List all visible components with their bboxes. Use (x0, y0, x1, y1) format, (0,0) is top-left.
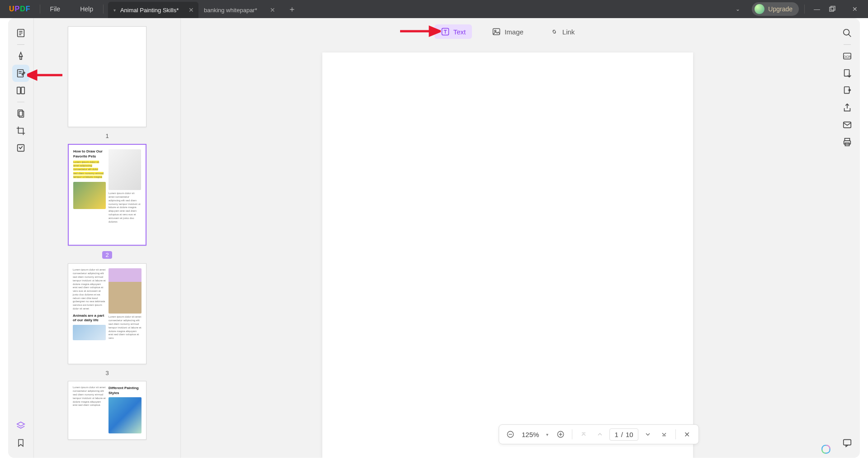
form-tool-icon[interactable] (12, 139, 29, 157)
tab-active[interactable]: ▾ Animal Painting Skills* ✕ (108, 2, 198, 18)
window-maximize-icon[interactable] (829, 6, 843, 12)
edit-toolbar: Text Image Link (434, 24, 581, 39)
tab-dropdown-icon[interactable]: ▾ (113, 8, 116, 13)
comment-tool-icon[interactable] (12, 48, 29, 65)
thumbnail-page-1[interactable] (68, 26, 146, 127)
document-tabs: ▾ Animal Painting Skills* ✕ banking whit… (108, 0, 304, 18)
svg-line-26 (849, 34, 851, 37)
thumb-heading: Different Painting Styles (108, 386, 142, 395)
separator (17, 102, 24, 102)
close-bar-icon[interactable]: ✕ (680, 428, 694, 441)
svg-rect-1 (831, 6, 835, 10)
bookmark-icon[interactable] (12, 434, 29, 452)
edit-image-button[interactable]: Image (486, 24, 530, 39)
thumb-heading: How to Draw Our Favorite Pets (73, 149, 106, 159)
left-toolbar (8, 18, 33, 458)
svg-text:OCR: OCR (844, 55, 851, 59)
app-logo: UPDF (0, 5, 40, 13)
tab-inactive[interactable]: banking whitepapar* ✕ (198, 2, 280, 18)
thumbnail-label-active: 2 (102, 251, 112, 259)
organize-pages-tool-icon[interactable] (12, 82, 29, 99)
window-close-icon[interactable]: ✕ (848, 5, 862, 13)
svg-marker-37 (27, 71, 36, 79)
convert-icon[interactable] (839, 65, 856, 82)
annotation-arrow-left (27, 69, 63, 81)
page-canvas[interactable] (322, 52, 693, 458)
close-icon[interactable]: ✕ (270, 6, 275, 14)
tab-title: Animal Painting Skills* (120, 7, 179, 14)
zoom-out-icon[interactable] (504, 428, 517, 441)
thumbnail-page-4[interactable]: Lorem ipsum dolor sit amet consectetur a… (68, 381, 146, 440)
page-sep: / (621, 431, 623, 438)
page-tools-icon[interactable] (12, 105, 29, 122)
titlebar-right: ⌄ Upgrade ― ✕ (729, 2, 868, 16)
upgrade-label: Upgrade (768, 5, 793, 13)
search-icon[interactable] (839, 24, 856, 42)
thumbnail-label: 1 (105, 133, 108, 139)
svg-rect-6 (20, 57, 22, 59)
svg-marker-39 (430, 27, 440, 35)
layers-icon[interactable] (12, 417, 29, 434)
edit-link-button[interactable]: Link (543, 24, 581, 39)
thumb-heading: Animals are a part of our daily life (73, 314, 106, 323)
zoom-in-icon[interactable] (554, 428, 567, 441)
titlebar: UPDF File Help ▾ Animal Painting Skills*… (0, 0, 868, 18)
workframe: 1 How to Draw Our Favorite Pets Lorem ip… (8, 18, 860, 458)
next-page-icon[interactable] (641, 428, 655, 441)
canvas-area: Text Image Link 125% ▾ (181, 18, 835, 458)
svg-point-25 (844, 29, 849, 35)
zoom-value: 125% (520, 431, 541, 438)
avatar (755, 4, 764, 14)
tab-title: banking whitepapar* (204, 7, 257, 14)
separator (675, 429, 676, 439)
first-page-icon[interactable] (577, 428, 590, 441)
total-pages: 10 (626, 431, 633, 438)
thumbnail-page-3[interactable]: Lorem ipsum dolor sit amet consectetur a… (68, 263, 146, 364)
export-icon[interactable] (839, 82, 856, 99)
feedback-icon[interactable] (839, 434, 856, 452)
ai-assistant-icon[interactable] (821, 444, 832, 456)
current-page: 1 (614, 431, 618, 438)
divider (103, 5, 104, 14)
edit-image-label: Image (505, 28, 524, 36)
window-minimize-icon[interactable]: ― (810, 5, 824, 13)
separator (844, 44, 851, 45)
svg-rect-29 (844, 70, 849, 76)
upgrade-button[interactable]: Upgrade (752, 2, 799, 16)
page-indicator[interactable]: 1 / 10 (609, 428, 638, 441)
svg-rect-35 (844, 440, 851, 445)
new-tab-button[interactable]: ＋ (280, 0, 304, 18)
menu-file[interactable]: File (40, 5, 71, 13)
prev-page-icon[interactable] (593, 428, 607, 441)
svg-rect-11 (21, 87, 24, 94)
pagination-bar: 125% ▾ 1 / 10 ✕ (499, 424, 699, 444)
last-page-icon[interactable] (657, 428, 671, 441)
menu-help[interactable]: Help (70, 5, 103, 13)
edit-text-label: Text (453, 28, 466, 36)
tabs-dropdown-icon[interactable]: ⌄ (729, 6, 746, 12)
reader-tool-icon[interactable] (12, 24, 29, 42)
annotation-arrow-top (400, 25, 441, 37)
thumbnail-panel[interactable]: 1 How to Draw Our Favorite Pets Lorem ip… (33, 18, 181, 458)
svg-rect-0 (830, 7, 834, 11)
close-icon[interactable]: ✕ (189, 6, 194, 14)
print-icon[interactable] (839, 133, 856, 151)
thumbnail-page-2[interactable]: How to Draw Our Favorite Pets Lorem ipsu… (68, 144, 146, 246)
ocr-icon[interactable]: OCR (839, 48, 856, 65)
edit-link-label: Link (562, 28, 575, 36)
email-icon[interactable] (839, 116, 856, 133)
separator (572, 429, 572, 439)
thumbnail-label: 3 (105, 370, 108, 376)
zoom-dropdown-icon[interactable]: ▾ (543, 432, 551, 437)
separator (17, 44, 24, 45)
svg-rect-10 (17, 87, 20, 94)
right-toolbar: OCR (835, 18, 860, 458)
divider (804, 5, 805, 14)
crop-tool-icon[interactable] (12, 122, 29, 139)
svg-rect-32 (845, 138, 850, 141)
share-icon[interactable] (839, 99, 856, 116)
